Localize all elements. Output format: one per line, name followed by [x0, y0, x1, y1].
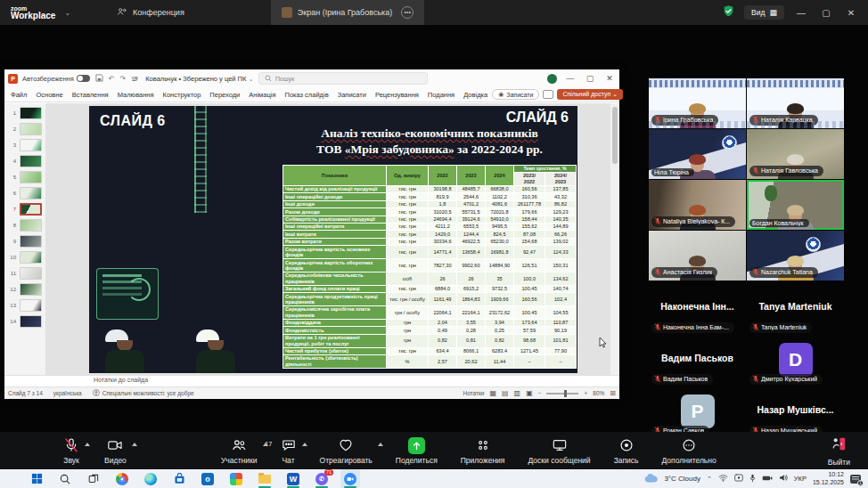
- leave-button[interactable]: Выйти: [828, 435, 856, 467]
- taskbar-task-view-icon[interactable]: [84, 469, 103, 488]
- ribbon-tab-показ-слайдів[interactable]: Показ слайдів: [280, 91, 332, 99]
- slide-thumbnail-3[interactable]: 3: [10, 139, 43, 151]
- clock[interactable]: 10:12 15.12.2025: [813, 471, 844, 485]
- chevron-up-icon[interactable]: [378, 443, 383, 446]
- slide-thumbnail-5[interactable]: 5: [10, 171, 43, 183]
- comments-icon[interactable]: [543, 90, 553, 99]
- taskbar-start-icon[interactable]: [27, 469, 46, 488]
- taskbar-edge-icon[interactable]: [141, 469, 160, 488]
- ribbon-tab-подання[interactable]: Подання: [423, 91, 459, 99]
- tab-more-icon[interactable]: •••: [401, 6, 414, 19]
- maximize-button[interactable]: ▢: [818, 8, 834, 18]
- toolbar-apps[interactable]: Приложения: [453, 437, 513, 465]
- taskbar-word-icon[interactable]: W: [283, 469, 303, 488]
- video-tile-1[interactable]: Ірина Грабовська: [649, 78, 746, 128]
- video-tile-2[interactable]: Наталія Карвацка: [747, 78, 844, 128]
- slide-thumbnail-1[interactable]: 1: [10, 107, 43, 119]
- taskbar-photos-icon[interactable]: [226, 469, 246, 488]
- slide-sorter-icon[interactable]: ▤: [502, 389, 509, 397]
- tray-mic-icon[interactable]: [749, 474, 756, 484]
- search-box[interactable]: Пошук: [258, 72, 428, 85]
- redo-icon[interactable]: ↷: [120, 75, 127, 83]
- notes-toggle-button[interactable]: Нотатки: [463, 390, 484, 396]
- ribbon-tab-основне[interactable]: Основне: [31, 91, 67, 99]
- toolbar-camera[interactable]: Видео: [96, 437, 135, 465]
- slide-thumbnail-12[interactable]: 12: [10, 283, 43, 296]
- slide-thumbnail-8[interactable]: 8: [10, 219, 43, 232]
- audio-tile-4[interactable]: DДмитро Кухарський: [747, 341, 844, 387]
- ribbon-tab-записати[interactable]: Записати: [333, 91, 371, 99]
- ppt-minimize-button[interactable]: —: [564, 74, 577, 83]
- video-tile-6[interactable]: Богдан Ковальчук: [747, 180, 844, 230]
- weather-text[interactable]: 3°C Cloudy: [664, 475, 700, 483]
- accessibility-status[interactable]: Спеціальні можливості: усе добре: [102, 390, 194, 396]
- chevron-up-icon[interactable]: [263, 443, 268, 446]
- account-avatar[interactable]: [547, 74, 557, 84]
- present-icon[interactable]: 🖳: [131, 75, 138, 83]
- language-switcher[interactable]: УКР: [794, 475, 807, 483]
- ribbon-tab-конструктор[interactable]: Конструктор: [159, 91, 206, 99]
- slide-thumbnail-2[interactable]: 2: [10, 123, 43, 135]
- audio-tile-2[interactable]: Tanya MarteniukTanya Marteniuk: [747, 289, 844, 336]
- toolbar-participants[interactable]: 17Участники: [213, 437, 266, 465]
- autosave-switch-icon[interactable]: [77, 75, 90, 82]
- toolbar-boards[interactable]: Доски сообщений: [520, 437, 598, 465]
- ribbon-tab-вставлення[interactable]: Вставлення: [68, 91, 113, 99]
- slide-thumbnail-panel[interactable]: 1234567891011121314: [4, 103, 45, 375]
- taskbar-chrome-icon[interactable]: [112, 469, 132, 488]
- slide-thumbnail-10[interactable]: 10: [10, 251, 43, 264]
- audio-tile-1[interactable]: Наконечна Інн...Наконечна Інна Бам-...: [649, 289, 746, 336]
- chevron-up-icon[interactable]: [85, 443, 90, 446]
- slide-thumbnail-4[interactable]: 4: [10, 155, 43, 167]
- save-icon[interactable]: [95, 74, 103, 84]
- speaker-icon[interactable]: [779, 474, 788, 484]
- undo-icon[interactable]: ↶: [109, 75, 115, 83]
- chevron-up-icon[interactable]: [302, 443, 307, 446]
- toolbar-more[interactable]: Дополнительно: [654, 437, 725, 465]
- video-tile-8[interactable]: Nazarchuk Tatiana: [747, 231, 844, 281]
- minimize-button[interactable]: —: [793, 8, 809, 18]
- toolbar-heart[interactable]: Отреагировать: [312, 437, 381, 465]
- toolbar-share[interactable]: Поделиться: [388, 437, 446, 465]
- zoom-in-icon[interactable]: +: [584, 390, 587, 396]
- zoom-level[interactable]: 80%: [593, 390, 604, 396]
- close-button[interactable]: ✕: [843, 8, 859, 18]
- slide-thumbnail-6[interactable]: 6: [10, 187, 43, 199]
- zoom-slider[interactable]: [546, 393, 578, 394]
- notification-center-icon[interactable]: 1: [850, 475, 861, 484]
- slide-thumbnail-13[interactable]: 13: [10, 299, 43, 312]
- video-tile-5[interactable]: Nataliya Bielyakova- К...: [649, 180, 746, 230]
- video-tile-7[interactable]: Анастасія Гизлик: [649, 231, 746, 281]
- audio-tile-3[interactable]: Вадим ПаськовВадим Паськов: [649, 341, 746, 387]
- taskbar-explorer-icon[interactable]: [255, 469, 274, 488]
- tray-camera-icon[interactable]: [762, 475, 773, 484]
- ribbon-tab-малювання[interactable]: Малювання: [113, 91, 159, 99]
- toolbar-chat[interactable]: Чат: [273, 437, 305, 465]
- zoom-out-icon[interactable]: −: [538, 390, 542, 396]
- tab-screen-share[interactable]: Экран (Ірина Грабовська) •••: [271, 0, 424, 25]
- slideshow-icon[interactable]: ▣: [526, 389, 533, 397]
- logo-chevron-icon[interactable]: ⌄: [64, 9, 70, 17]
- wifi-icon[interactable]: [718, 474, 728, 484]
- video-tile-3[interactable]: Ніла Тюріна: [649, 129, 746, 179]
- ppt-restore-button[interactable]: ▢: [584, 74, 596, 83]
- slide-thumbnail-9[interactable]: 9: [10, 235, 43, 248]
- slide-thumbnail-14[interactable]: 14: [10, 315, 43, 328]
- fit-slide-icon[interactable]: ⊞: [610, 389, 616, 397]
- ribbon-tab-файл[interactable]: Файл: [6, 91, 31, 99]
- reading-view-icon[interactable]: ▥: [514, 389, 521, 397]
- chevron-up-icon[interactable]: [132, 443, 137, 446]
- ppt-share-button[interactable]: Спільний доступ ⌄: [557, 89, 623, 100]
- language-indicator[interactable]: українська: [53, 390, 82, 396]
- video-tile-4[interactable]: Наталія Гавловська: [747, 129, 844, 179]
- ppt-record-button[interactable]: ◉ Записати: [492, 89, 539, 100]
- toolbar-mic-muted[interactable]: Звук: [55, 437, 87, 465]
- ribbon-tab-довідка[interactable]: Довідка: [459, 91, 492, 99]
- view-button[interactable]: Вид ▦: [744, 5, 784, 20]
- tray-window-icon[interactable]: [734, 474, 743, 484]
- taskbar-search-icon[interactable]: [55, 469, 75, 488]
- taskbar-viber-icon[interactable]: ✆71: [312, 469, 332, 488]
- ribbon-tab-переходи[interactable]: Переходи: [205, 91, 244, 99]
- notes-area[interactable]: Нотатки до слайда: [4, 375, 619, 386]
- taskbar-zoom-icon[interactable]: [340, 469, 360, 488]
